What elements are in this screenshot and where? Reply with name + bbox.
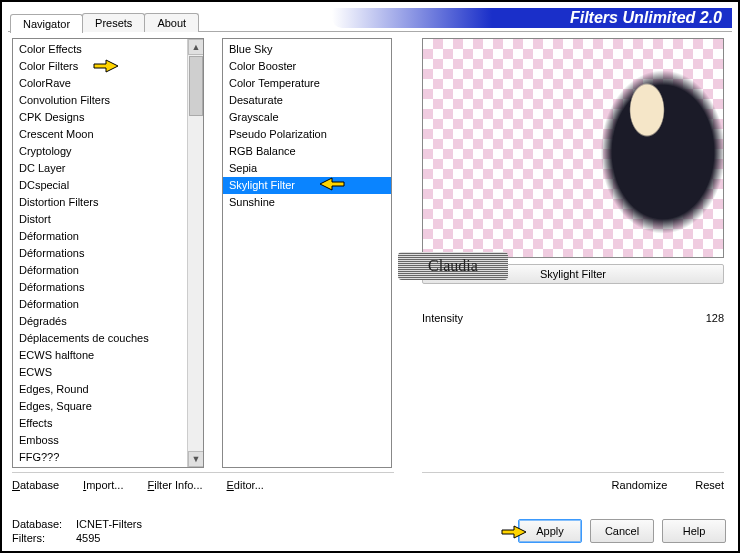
right-toolbar: Randomize Reset	[422, 472, 724, 498]
editor-button[interactable]: Editor...	[227, 479, 264, 498]
scroll-up-icon[interactable]: ▲	[188, 39, 204, 55]
list-item[interactable]: Emboss	[13, 432, 187, 449]
list-item[interactable]: Déformations	[13, 279, 187, 296]
randomize-button[interactable]: Randomize	[612, 479, 668, 498]
list-item[interactable]: Effects	[13, 415, 187, 432]
list-item[interactable]: ColorRave	[13, 75, 187, 92]
filter-info-button[interactable]: Filter Info...	[147, 479, 202, 498]
import-button[interactable]: Import...	[83, 479, 123, 498]
button-label: Help	[683, 525, 706, 537]
filter-name-text: Skylight Filter	[540, 268, 606, 280]
preview-image	[583, 47, 724, 257]
status-filters-label: Filters:	[12, 531, 70, 545]
help-button[interactable]: Help	[662, 519, 726, 543]
watermark: Claudia	[398, 252, 508, 280]
filter-list-inner: Blue SkyColor BoosterColor TemperatureDe…	[223, 39, 391, 467]
param-value: 128	[706, 312, 724, 324]
list-item[interactable]: Color Booster	[223, 58, 391, 75]
list-item[interactable]: Dégradés	[13, 313, 187, 330]
list-item[interactable]: Déformations	[13, 245, 187, 262]
list-item[interactable]: Convolution Filters	[13, 92, 187, 109]
database-button[interactable]: Database	[12, 479, 59, 498]
list-item[interactable]: DC Layer	[13, 160, 187, 177]
list-item[interactable]: Déplacements de couches	[13, 330, 187, 347]
list-item[interactable]: Edges, Square	[13, 398, 187, 415]
scrollbar[interactable]: ▲ ▼	[187, 39, 203, 467]
list-item[interactable]: RGB Balance	[223, 143, 391, 160]
list-item[interactable]: Sunshine	[223, 194, 391, 211]
left-toolbar: Database Import... Filter Info... Editor…	[12, 472, 394, 498]
reset-button[interactable]: Reset	[695, 479, 724, 498]
list-item[interactable]: FFG???	[13, 449, 187, 466]
list-item[interactable]: Déformation	[13, 296, 187, 313]
list-item[interactable]: Crescent Moon	[13, 126, 187, 143]
status-database-label: Database:	[12, 517, 70, 531]
list-item[interactable]: Edges, Round	[13, 381, 187, 398]
app-title-band: Filters Unlimited 2.0	[332, 8, 732, 28]
list-item[interactable]: DCspecial	[13, 177, 187, 194]
tab-label: Navigator	[23, 18, 70, 30]
tab-about[interactable]: About	[144, 13, 199, 32]
category-list[interactable]: Color EffectsColor FiltersColorRaveConvo…	[12, 38, 204, 468]
dialog-buttons: Apply Cancel Help	[518, 519, 726, 543]
param-label: Intensity	[422, 312, 463, 324]
filter-list[interactable]: Blue SkyColor BoosterColor TemperatureDe…	[222, 38, 392, 468]
list-item[interactable]: Distortion Filters	[13, 194, 187, 211]
app-title: Filters Unlimited 2.0	[570, 9, 722, 26]
button-label: Cancel	[605, 525, 639, 537]
list-item[interactable]: ECWS	[13, 364, 187, 381]
list-item[interactable]: Color Temperature	[223, 75, 391, 92]
category-list-inner: Color EffectsColor FiltersColorRaveConvo…	[13, 39, 187, 467]
apply-button[interactable]: Apply	[518, 519, 582, 543]
list-item[interactable]: Color Effects	[13, 41, 187, 58]
tab-label: Presets	[95, 17, 132, 29]
status-database-value: ICNET-Filters	[76, 517, 142, 531]
list-item[interactable]: Sepia	[223, 160, 391, 177]
param-row: Intensity 128	[422, 312, 724, 324]
list-item[interactable]: CPK Designs	[13, 109, 187, 126]
list-item[interactable]: Distort	[13, 211, 187, 228]
cancel-button[interactable]: Cancel	[590, 519, 654, 543]
tab-bar: Navigator Presets About	[10, 10, 198, 32]
scroll-down-icon[interactable]: ▼	[188, 451, 204, 467]
watermark-text: Claudia	[428, 257, 478, 274]
status-area: Database: ICNET-Filters Filters: 4595	[12, 517, 142, 545]
list-item[interactable]: Cryptology	[13, 143, 187, 160]
list-item[interactable]: Desaturate	[223, 92, 391, 109]
scroll-thumb[interactable]	[189, 56, 203, 116]
tab-label: About	[157, 17, 186, 29]
list-item[interactable]: Grayscale	[223, 109, 391, 126]
list-item[interactable]: Skylight Filter	[223, 177, 391, 194]
list-item[interactable]: Pseudo Polarization	[223, 126, 391, 143]
preview-pane	[422, 38, 724, 258]
list-item[interactable]: Blue Sky	[223, 41, 391, 58]
list-item[interactable]: Color Filters	[13, 58, 187, 75]
status-filters-value: 4595	[76, 531, 100, 545]
list-item[interactable]: ECWS halftone	[13, 347, 187, 364]
tab-presets[interactable]: Presets	[82, 13, 145, 32]
list-item[interactable]: Déformation	[13, 228, 187, 245]
tab-navigator[interactable]: Navigator	[10, 14, 83, 33]
button-label: Apply	[536, 525, 564, 537]
list-item[interactable]: Déformation	[13, 262, 187, 279]
